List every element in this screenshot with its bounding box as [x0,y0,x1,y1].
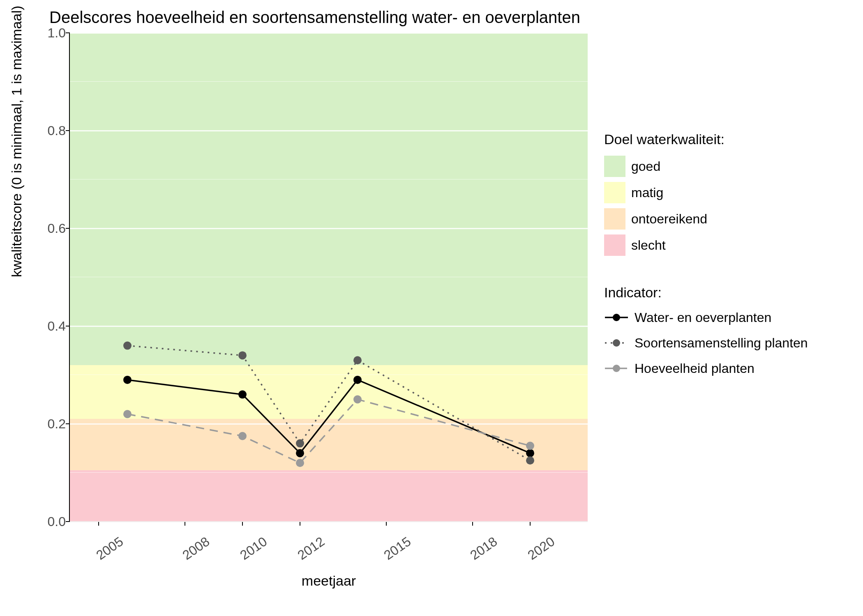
legend-band-item: goed [604,156,851,177]
data-point [238,351,247,359]
data-point [353,356,362,364]
series-line [127,400,530,463]
data-point [296,449,304,457]
x-tick-mark [472,522,473,526]
legend-band-label: ontoereikend [631,211,707,227]
y-tick-label: 0.4 [48,319,66,334]
legend-band-label: goed [631,159,660,174]
legend-band-item: matig [604,182,851,203]
y-tick-label: 0.6 [48,221,66,236]
svg-point-1 [613,314,620,321]
legend-series-label: Hoeveelheid planten [635,361,755,376]
x-axis-title: meetjaar [302,573,356,589]
legend-band-label: matig [631,185,663,200]
legend-series-icon [604,360,629,377]
x-tick-label: 2005 [93,534,126,563]
y-tick-label: 1.0 [48,25,66,41]
legend-swatch [604,234,625,256]
legend-band-item: slecht [604,234,851,256]
x-tick-label: 2008 [180,534,212,563]
x-tick-label: 2012 [295,534,328,563]
y-tick-mark [66,228,70,229]
x-tick-mark [185,522,185,526]
legend-band-title: Doel waterkwaliteit: [604,131,851,147]
legend-series-item: Hoeveelheid planten [604,360,851,377]
legend-series-title: Indicator: [604,285,851,301]
data-point [296,439,304,448]
y-tick-mark [66,32,70,33]
legend-series: Water- en oeverplantenSoortensamenstelli… [604,309,851,377]
x-tick-mark [300,522,300,526]
svg-point-5 [613,365,620,372]
y-tick-label: 0.8 [48,123,66,138]
data-point [296,459,304,467]
x-tick-label: 2018 [467,534,500,563]
x-tick-mark [98,522,99,526]
legend-swatch [604,208,625,230]
legend-band-item: ontoereikend [604,208,851,230]
series-line [127,380,530,453]
data-point [526,449,534,457]
legend-series-icon [604,309,629,326]
x-tick-mark [386,522,387,526]
data-point [353,395,362,404]
x-tick-mark [530,522,531,526]
legend-series-label: Soortensamenstelling planten [635,336,808,351]
chart-svg [70,33,588,522]
y-axis-title: kwaliteitscore (0 is minimaal, 1 is maxi… [9,6,25,277]
legend-swatch [604,182,625,203]
data-point [353,376,362,384]
y-tick-label: 0.2 [48,416,66,432]
legend-series-icon [604,335,629,351]
legend-bands: goedmatigontoereikendslecht [604,156,851,256]
series-line [127,346,530,461]
legend: Doel waterkwaliteit: goedmatigontoereike… [604,131,851,385]
data-point [123,342,132,350]
x-tick-mark [242,522,243,526]
data-point [526,442,534,450]
legend-swatch [604,156,625,177]
data-point [238,432,247,440]
x-tick-label: 2020 [525,534,558,563]
y-tick-mark [66,521,70,522]
legend-band-label: slecht [631,238,666,253]
data-point [123,410,132,418]
x-tick-label: 2010 [237,534,270,563]
legend-series-item: Soortensamenstelling planten [604,334,851,352]
y-tick-label: 0.0 [48,514,66,529]
chart-title: Deelscores hoeveelheid en soortensamenst… [49,8,580,27]
data-point [123,376,132,384]
legend-series-label: Water- en oeverplanten [635,310,771,325]
plot-area [70,33,588,522]
svg-point-3 [613,339,620,347]
y-tick-mark [66,423,70,424]
x-tick-label: 2015 [381,534,414,563]
data-point [526,456,534,464]
y-tick-mark [66,130,70,131]
legend-series-item: Water- en oeverplanten [604,309,851,326]
data-point [238,391,247,399]
y-tick-mark [66,326,70,326]
